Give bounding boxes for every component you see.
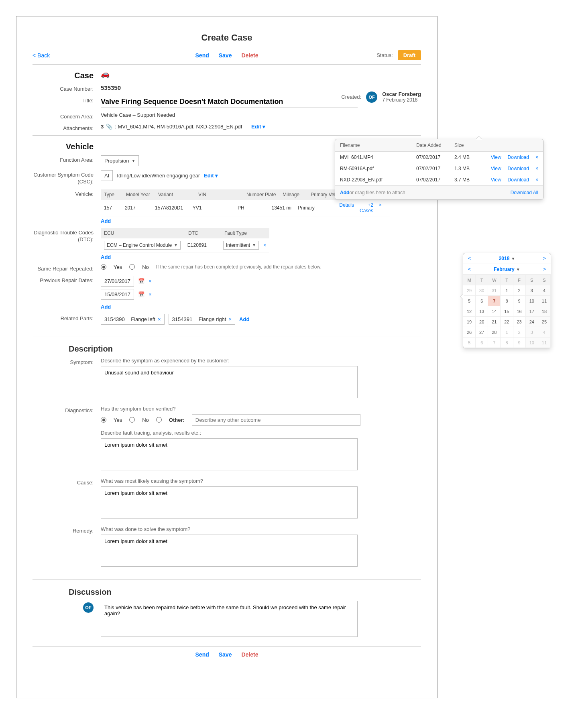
ap-view-link[interactable]: View [491,155,501,160]
diagnostics-label: Diagnostics: [33,406,101,413]
cal-day-cell[interactable]: 10 [526,296,538,306]
prev-date-add-link[interactable]: Add [101,304,111,310]
function-area-select[interactable]: Propulsion ▼ [101,155,139,166]
cal-day-cell[interactable]: 19 [463,317,476,327]
car-icon: 🚗 [101,70,110,78]
diag-yes-radio[interactable] [101,417,106,423]
cal-day-cell[interactable]: 16 [513,306,526,317]
dtc-remove-icon[interactable]: × [263,242,266,248]
ap-remove-icon[interactable]: × [535,166,538,171]
dtc-add-link[interactable]: Add [101,254,111,260]
cal-day-cell[interactable]: 20 [476,317,488,327]
cal-day-cell[interactable]: 24 [526,317,538,327]
cal-day-cell[interactable]: 27 [476,327,488,338]
ap-download-link[interactable]: Download [508,177,529,183]
symptom-textarea[interactable] [101,366,358,398]
calendar-icon[interactable]: 📅 [138,278,144,284]
send-button[interactable]: Send [195,52,209,59]
cal-day-cell[interactable]: 14 [488,306,501,317]
cal-day-cell[interactable]: 17 [526,306,538,317]
csc-edit-dropdown[interactable]: Edit ▾ [204,173,218,179]
cal-year[interactable]: 2018 [499,256,510,261]
cal-day-cell[interactable]: 23 [513,317,526,327]
prev-date-2[interactable]: 15/08/2017 [101,289,134,300]
save-button[interactable]: Save [219,52,232,59]
dtc-ft-select[interactable]: Intermittent ▼ [223,241,259,250]
cal-day-cell[interactable]: 22 [501,317,513,327]
ap-view-link[interactable]: View [491,166,501,171]
discussion-textarea[interactable] [101,601,358,637]
cal-day-cell[interactable]: 6 [476,296,488,306]
diag-prompt-2: Describe fault tracing, analysis, result… [101,430,421,436]
ap-download-all[interactable]: Download All [511,190,538,195]
csc-code-input[interactable]: AI [101,170,113,181]
prev-date-1-remove-icon[interactable]: × [149,278,152,284]
prev-date-1[interactable]: 27/01/2017 [101,276,134,287]
remedy-textarea[interactable] [101,535,358,567]
cal-day-cell[interactable]: 15 [501,306,513,317]
vehicle-add-link[interactable]: Add [101,218,111,224]
cal-next-year-icon[interactable]: > [541,256,547,261]
cause-textarea[interactable] [101,486,358,519]
cal-day-cell[interactable]: 12 [463,306,476,317]
cal-day-cell[interactable]: 13 [476,306,488,317]
cal-dow-cell: M [463,275,476,285]
vehicle-details-link[interactable]: Details [339,202,354,214]
ap-add-link[interactable]: Add [340,190,349,195]
ap-download-link[interactable]: Download [508,155,529,160]
part-remove-icon[interactable]: × [228,316,232,322]
cal-day-cell[interactable]: 21 [488,317,501,327]
cell-type: 157 [104,205,125,211]
part-add-link[interactable]: Add [239,316,249,322]
same-repair-no-radio[interactable] [129,264,135,270]
cal-day-cell: 8 [501,338,513,348]
attachments-edit-dropdown[interactable]: Edit ▾ [251,124,265,130]
cal-day-cell[interactable]: 5 [463,296,476,306]
ap-download-link[interactable]: Download [508,166,529,171]
diag-other-radio[interactable] [156,417,162,423]
cal-day-cell[interactable]: 18 [538,306,551,317]
col-model-year: Model Year [126,192,158,197]
send-button-bottom[interactable]: Send [195,651,209,658]
vehicle-remove-icon[interactable]: × [379,202,382,214]
cal-day-cell[interactable]: 3 [526,285,538,296]
prev-date-2-remove-icon[interactable]: × [149,291,152,297]
cal-day-cell[interactable]: 25 [538,317,551,327]
same-repair-yes-radio[interactable] [101,264,106,270]
diag-other-input[interactable] [192,414,360,426]
part-remove-icon[interactable]: × [158,316,161,322]
calendar-icon[interactable]: 📅 [138,291,144,297]
delete-button[interactable]: Delete [241,52,258,59]
cal-day-cell[interactable]: 28 [488,327,501,338]
cal-day-cell: 1 [501,327,513,338]
cell-pv: Primary [298,205,339,211]
cal-day-cell[interactable]: 2 [513,285,526,296]
cal-day-cell[interactable]: 11 [538,296,551,306]
cal-day-cell: 5 [463,338,476,348]
cal-month[interactable]: February [494,266,514,272]
cal-day-cell[interactable]: 9 [513,296,526,306]
save-button-bottom[interactable]: Save [219,651,232,658]
delete-button-bottom[interactable]: Delete [241,651,258,658]
cal-day-cell[interactable]: 26 [463,327,476,338]
back-link[interactable]: < Back [33,52,50,59]
cal-prev-month-icon[interactable]: < [466,266,472,272]
cal-day-cell[interactable]: 4 [538,285,551,296]
diagnostics-textarea[interactable] [101,438,358,470]
cal-prev-year-icon[interactable]: < [466,256,472,261]
ap-remove-icon[interactable]: × [535,177,538,183]
cal-day-cell[interactable]: 8 [501,296,513,306]
cal-dow-cell: T [476,275,488,285]
cal-day-cell[interactable]: 7 [488,296,501,306]
ap-view-link[interactable]: View [491,177,501,183]
cal-day-cell[interactable]: 1 [501,285,513,296]
cell-my: 2017 [125,205,155,211]
diag-no-radio[interactable] [129,417,135,423]
vehicle-cases-link[interactable]: +2 Cases [360,202,373,214]
ap-date: 07/02/2017 [416,155,454,160]
attachment-row: NXD-22908_EN.pdf07/02/20173.7 MBViewDown… [335,174,543,185]
cal-next-month-icon[interactable]: > [541,266,547,272]
ap-remove-icon[interactable]: × [535,155,538,160]
title-input[interactable] [101,96,358,108]
dtc-ecu-select[interactable]: ECM – Engine Control Module ▼ [104,241,181,250]
